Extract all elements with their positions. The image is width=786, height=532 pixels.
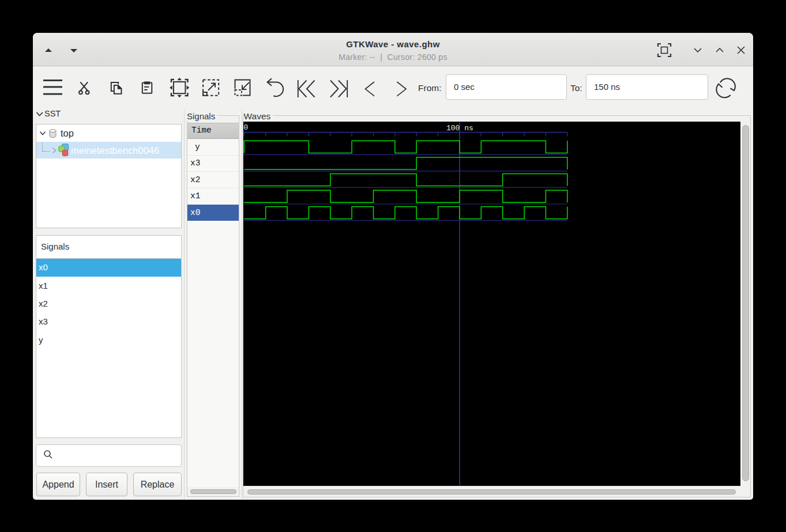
svg-text:100 ns: 100 ns [446, 124, 473, 133]
svg-text:0: 0 [244, 123, 249, 132]
